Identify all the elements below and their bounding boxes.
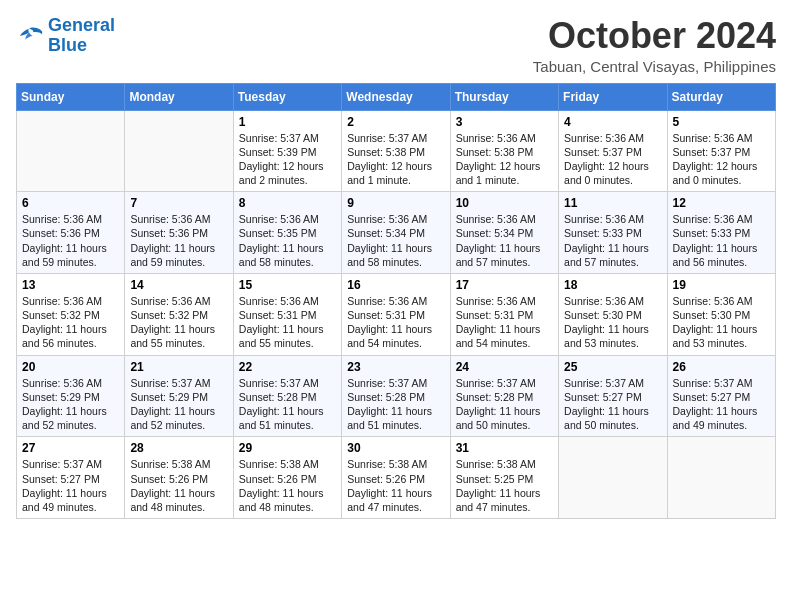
day-number: 15 xyxy=(239,278,336,292)
calendar-week-row: 20Sunrise: 5:36 AM Sunset: 5:29 PM Dayli… xyxy=(17,355,776,437)
day-number: 8 xyxy=(239,196,336,210)
day-number: 17 xyxy=(456,278,553,292)
day-number: 7 xyxy=(130,196,227,210)
calendar-cell: 11Sunrise: 5:36 AM Sunset: 5:33 PM Dayli… xyxy=(559,192,667,274)
cell-info: Sunrise: 5:36 AM Sunset: 5:37 PM Dayligh… xyxy=(564,131,661,188)
cell-info: Sunrise: 5:36 AM Sunset: 5:33 PM Dayligh… xyxy=(673,212,770,269)
weekday-header: Monday xyxy=(125,83,233,110)
calendar-cell: 9Sunrise: 5:36 AM Sunset: 5:34 PM Daylig… xyxy=(342,192,450,274)
calendar-cell: 28Sunrise: 5:38 AM Sunset: 5:26 PM Dayli… xyxy=(125,437,233,519)
cell-info: Sunrise: 5:36 AM Sunset: 5:32 PM Dayligh… xyxy=(22,294,119,351)
calendar-cell: 27Sunrise: 5:37 AM Sunset: 5:27 PM Dayli… xyxy=(17,437,125,519)
calendar-cell: 23Sunrise: 5:37 AM Sunset: 5:28 PM Dayli… xyxy=(342,355,450,437)
weekday-header: Sunday xyxy=(17,83,125,110)
cell-info: Sunrise: 5:38 AM Sunset: 5:26 PM Dayligh… xyxy=(239,457,336,514)
logo-icon xyxy=(16,25,44,47)
calendar-cell: 24Sunrise: 5:37 AM Sunset: 5:28 PM Dayli… xyxy=(450,355,558,437)
cell-info: Sunrise: 5:36 AM Sunset: 5:30 PM Dayligh… xyxy=(673,294,770,351)
cell-info: Sunrise: 5:36 AM Sunset: 5:31 PM Dayligh… xyxy=(456,294,553,351)
calendar-cell xyxy=(667,437,775,519)
cell-info: Sunrise: 5:37 AM Sunset: 5:27 PM Dayligh… xyxy=(673,376,770,433)
calendar-cell: 4Sunrise: 5:36 AM Sunset: 5:37 PM Daylig… xyxy=(559,110,667,192)
weekday-header: Wednesday xyxy=(342,83,450,110)
calendar-week-row: 1Sunrise: 5:37 AM Sunset: 5:39 PM Daylig… xyxy=(17,110,776,192)
calendar-cell: 6Sunrise: 5:36 AM Sunset: 5:36 PM Daylig… xyxy=(17,192,125,274)
calendar-cell: 15Sunrise: 5:36 AM Sunset: 5:31 PM Dayli… xyxy=(233,273,341,355)
calendar-cell xyxy=(125,110,233,192)
day-number: 20 xyxy=(22,360,119,374)
cell-info: Sunrise: 5:36 AM Sunset: 5:34 PM Dayligh… xyxy=(347,212,444,269)
calendar-cell: 8Sunrise: 5:36 AM Sunset: 5:35 PM Daylig… xyxy=(233,192,341,274)
day-number: 21 xyxy=(130,360,227,374)
calendar-cell: 21Sunrise: 5:37 AM Sunset: 5:29 PM Dayli… xyxy=(125,355,233,437)
cell-info: Sunrise: 5:37 AM Sunset: 5:27 PM Dayligh… xyxy=(564,376,661,433)
calendar-cell xyxy=(559,437,667,519)
calendar-cell: 29Sunrise: 5:38 AM Sunset: 5:26 PM Dayli… xyxy=(233,437,341,519)
cell-info: Sunrise: 5:36 AM Sunset: 5:34 PM Dayligh… xyxy=(456,212,553,269)
calendar-cell: 16Sunrise: 5:36 AM Sunset: 5:31 PM Dayli… xyxy=(342,273,450,355)
cell-info: Sunrise: 5:36 AM Sunset: 5:36 PM Dayligh… xyxy=(130,212,227,269)
day-number: 4 xyxy=(564,115,661,129)
day-number: 26 xyxy=(673,360,770,374)
weekday-header: Thursday xyxy=(450,83,558,110)
day-number: 3 xyxy=(456,115,553,129)
day-number: 12 xyxy=(673,196,770,210)
calendar-cell: 3Sunrise: 5:36 AM Sunset: 5:38 PM Daylig… xyxy=(450,110,558,192)
weekday-header: Saturday xyxy=(667,83,775,110)
calendar-cell: 19Sunrise: 5:36 AM Sunset: 5:30 PM Dayli… xyxy=(667,273,775,355)
page-header: General Blue October 2024 Tabuan, Centra… xyxy=(16,16,776,75)
calendar-cell: 13Sunrise: 5:36 AM Sunset: 5:32 PM Dayli… xyxy=(17,273,125,355)
cell-info: Sunrise: 5:37 AM Sunset: 5:28 PM Dayligh… xyxy=(239,376,336,433)
cell-info: Sunrise: 5:36 AM Sunset: 5:31 PM Dayligh… xyxy=(239,294,336,351)
day-number: 14 xyxy=(130,278,227,292)
cell-info: Sunrise: 5:37 AM Sunset: 5:28 PM Dayligh… xyxy=(347,376,444,433)
calendar-cell: 10Sunrise: 5:36 AM Sunset: 5:34 PM Dayli… xyxy=(450,192,558,274)
day-number: 28 xyxy=(130,441,227,455)
calendar-cell xyxy=(17,110,125,192)
cell-info: Sunrise: 5:38 AM Sunset: 5:26 PM Dayligh… xyxy=(347,457,444,514)
calendar-cell: 2Sunrise: 5:37 AM Sunset: 5:38 PM Daylig… xyxy=(342,110,450,192)
cell-info: Sunrise: 5:36 AM Sunset: 5:32 PM Dayligh… xyxy=(130,294,227,351)
day-number: 11 xyxy=(564,196,661,210)
logo-text: General Blue xyxy=(48,16,115,56)
day-number: 1 xyxy=(239,115,336,129)
cell-info: Sunrise: 5:36 AM Sunset: 5:36 PM Dayligh… xyxy=(22,212,119,269)
calendar-cell: 17Sunrise: 5:36 AM Sunset: 5:31 PM Dayli… xyxy=(450,273,558,355)
day-number: 18 xyxy=(564,278,661,292)
calendar-cell: 25Sunrise: 5:37 AM Sunset: 5:27 PM Dayli… xyxy=(559,355,667,437)
day-number: 30 xyxy=(347,441,444,455)
calendar-cell: 1Sunrise: 5:37 AM Sunset: 5:39 PM Daylig… xyxy=(233,110,341,192)
calendar-cell: 5Sunrise: 5:36 AM Sunset: 5:37 PM Daylig… xyxy=(667,110,775,192)
calendar-cell: 12Sunrise: 5:36 AM Sunset: 5:33 PM Dayli… xyxy=(667,192,775,274)
calendar-cell: 22Sunrise: 5:37 AM Sunset: 5:28 PM Dayli… xyxy=(233,355,341,437)
weekday-header: Tuesday xyxy=(233,83,341,110)
weekday-header: Friday xyxy=(559,83,667,110)
cell-info: Sunrise: 5:37 AM Sunset: 5:27 PM Dayligh… xyxy=(22,457,119,514)
calendar-week-row: 6Sunrise: 5:36 AM Sunset: 5:36 PM Daylig… xyxy=(17,192,776,274)
cell-info: Sunrise: 5:36 AM Sunset: 5:31 PM Dayligh… xyxy=(347,294,444,351)
cell-info: Sunrise: 5:36 AM Sunset: 5:38 PM Dayligh… xyxy=(456,131,553,188)
cell-info: Sunrise: 5:36 AM Sunset: 5:35 PM Dayligh… xyxy=(239,212,336,269)
cell-info: Sunrise: 5:36 AM Sunset: 5:37 PM Dayligh… xyxy=(673,131,770,188)
day-number: 31 xyxy=(456,441,553,455)
title-block: October 2024 Tabuan, Central Visayas, Ph… xyxy=(533,16,776,75)
calendar-cell: 18Sunrise: 5:36 AM Sunset: 5:30 PM Dayli… xyxy=(559,273,667,355)
cell-info: Sunrise: 5:38 AM Sunset: 5:25 PM Dayligh… xyxy=(456,457,553,514)
cell-info: Sunrise: 5:36 AM Sunset: 5:30 PM Dayligh… xyxy=(564,294,661,351)
day-number: 19 xyxy=(673,278,770,292)
day-number: 24 xyxy=(456,360,553,374)
day-number: 9 xyxy=(347,196,444,210)
calendar-cell: 31Sunrise: 5:38 AM Sunset: 5:25 PM Dayli… xyxy=(450,437,558,519)
calendar-week-row: 27Sunrise: 5:37 AM Sunset: 5:27 PM Dayli… xyxy=(17,437,776,519)
cell-info: Sunrise: 5:36 AM Sunset: 5:33 PM Dayligh… xyxy=(564,212,661,269)
day-number: 6 xyxy=(22,196,119,210)
calendar-cell: 30Sunrise: 5:38 AM Sunset: 5:26 PM Dayli… xyxy=(342,437,450,519)
day-number: 2 xyxy=(347,115,444,129)
calendar-cell: 7Sunrise: 5:36 AM Sunset: 5:36 PM Daylig… xyxy=(125,192,233,274)
cell-info: Sunrise: 5:36 AM Sunset: 5:29 PM Dayligh… xyxy=(22,376,119,433)
cell-info: Sunrise: 5:37 AM Sunset: 5:38 PM Dayligh… xyxy=(347,131,444,188)
cell-info: Sunrise: 5:37 AM Sunset: 5:28 PM Dayligh… xyxy=(456,376,553,433)
calendar-cell: 14Sunrise: 5:36 AM Sunset: 5:32 PM Dayli… xyxy=(125,273,233,355)
cell-info: Sunrise: 5:37 AM Sunset: 5:39 PM Dayligh… xyxy=(239,131,336,188)
day-number: 5 xyxy=(673,115,770,129)
